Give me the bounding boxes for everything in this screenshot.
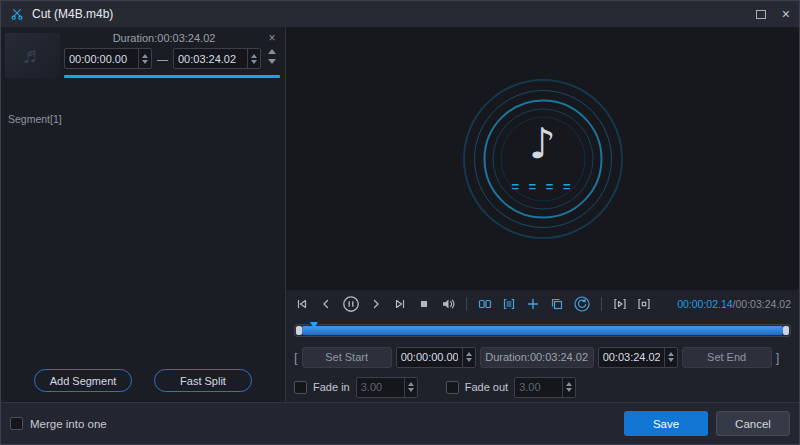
fade-in-duration-input[interactable] [356, 377, 418, 398]
skip-to-end-button[interactable] [392, 296, 408, 312]
spin-up-icon[interactable] [142, 54, 148, 58]
step-forward-button[interactable] [368, 296, 384, 312]
music-note-icon: ♬ [22, 43, 44, 69]
pause-button[interactable] [342, 295, 360, 313]
audio-preview-area: ♪ = = = = [286, 27, 799, 290]
move-segment-down-icon[interactable] [268, 59, 276, 64]
stop-button[interactable] [416, 296, 432, 312]
segment-duration-label: Duration:00:03:24.02 [64, 31, 264, 48]
spin-up-icon[interactable] [251, 54, 257, 58]
fade-out-spinner[interactable] [562, 378, 575, 397]
step-back-icon [318, 296, 334, 312]
fade-in-duration-value[interactable] [357, 378, 404, 397]
set-start-button[interactable]: Set Start [302, 347, 392, 368]
spin-down-icon[interactable] [251, 60, 257, 64]
spin-down-icon[interactable] [142, 60, 148, 64]
volume-button[interactable] [440, 296, 456, 312]
segment-close-icon[interactable]: × [268, 32, 275, 44]
copy-segment-button[interactable] [549, 296, 565, 312]
total-time: /00:03:24.02 [733, 298, 791, 310]
segment-start-spinner[interactable] [138, 49, 151, 68]
segment-end-time-input[interactable] [173, 48, 261, 69]
trim-end-time-value[interactable] [599, 348, 664, 367]
fast-split-button[interactable]: Fast Split [154, 369, 252, 392]
reset-button[interactable] [573, 295, 591, 313]
range-dash: — [157, 53, 168, 65]
spin-up-icon[interactable] [566, 382, 572, 386]
fade-out-checkbox[interactable] [446, 381, 459, 394]
split-segment-button[interactable] [477, 296, 493, 312]
close-icon[interactable]: × [782, 7, 790, 21]
restore-icon[interactable] [756, 10, 766, 19]
segment-start-time-value[interactable] [65, 49, 138, 68]
spin-up-icon[interactable] [668, 352, 674, 356]
timeline-end-handle[interactable] [783, 326, 789, 335]
cancel-button[interactable]: Cancel [716, 411, 790, 436]
segment-thumbnail[interactable]: ♬ [5, 33, 60, 78]
transport-toolbar: 00:00:02.14/00:03:24.02 [286, 290, 799, 318]
scissors-icon [10, 7, 24, 21]
toolbar-divider [466, 297, 467, 311]
timeline-playhead[interactable] [310, 322, 318, 328]
duration-display: Duration:00:03:24.02 [480, 347, 594, 368]
fade-in-checkbox[interactable] [294, 381, 307, 394]
fade-out-duration-input[interactable] [514, 377, 576, 398]
trim-start-spinner[interactable] [462, 348, 475, 367]
audio-artwork: ♪ = = = = [458, 74, 628, 244]
spin-up-icon[interactable] [466, 352, 472, 356]
volume-icon [440, 296, 456, 312]
end-bracket: ] [776, 350, 780, 365]
spin-down-icon[interactable] [466, 358, 472, 362]
move-segment-up-icon[interactable] [268, 49, 276, 54]
add-segment-toolbar-button[interactable] [525, 296, 541, 312]
step-back-button[interactable] [318, 296, 334, 312]
copy-icon [549, 296, 565, 312]
add-segment-button[interactable]: Add Segment [34, 369, 132, 392]
fade-out-duration-value[interactable] [515, 378, 562, 397]
pause-icon [342, 295, 360, 313]
segment-start-time-input[interactable] [64, 48, 152, 69]
spin-down-icon[interactable] [668, 358, 674, 362]
spin-down-icon[interactable] [566, 388, 572, 392]
trim-start-time-input[interactable] [396, 347, 476, 368]
start-bracket: [ [294, 350, 298, 365]
reset-icon [573, 295, 591, 313]
trim-end-spinner[interactable] [664, 348, 677, 367]
trim-end-time-input[interactable] [598, 347, 678, 368]
fade-in-spinner[interactable] [404, 378, 417, 397]
equalizer-bars: = = = = [511, 179, 573, 194]
segment-name-label: Segment[1] [8, 113, 62, 125]
step-forward-icon [368, 296, 384, 312]
music-note-icon: ♪ [529, 119, 556, 168]
skip-to-start-button[interactable] [294, 296, 310, 312]
stop-icon [416, 296, 432, 312]
spin-up-icon[interactable] [408, 382, 414, 386]
stop-segment-button[interactable] [636, 296, 652, 312]
dialog-footer: Merge into one Save Cancel [1, 402, 799, 444]
set-end-button[interactable]: Set End [682, 347, 772, 368]
trim-start-time-value[interactable] [397, 348, 462, 367]
window-title: Cut (M4B.m4b) [32, 7, 113, 21]
stop-segment-icon [636, 296, 652, 312]
toolbar-divider [601, 297, 602, 311]
merge-into-one-checkbox[interactable] [10, 417, 23, 430]
titlebar: Cut (M4B.m4b) × [1, 1, 799, 27]
preview-panel: ♪ = = = = [286, 27, 799, 402]
skip-to-start-icon [294, 296, 310, 312]
spin-down-icon[interactable] [408, 388, 414, 392]
segment-end-spinner[interactable] [247, 49, 260, 68]
split-icon [477, 296, 493, 312]
segments-panel: ♬ Segment[1] Duration:00:03:24.02 [1, 27, 286, 402]
timeline-row [286, 318, 799, 342]
timeline-track[interactable] [294, 324, 791, 337]
play-segment-button[interactable] [612, 296, 628, 312]
merge-segments-button[interactable] [501, 296, 517, 312]
plus-icon [525, 296, 541, 312]
segment-editor: Duration:00:03:24.02 — [64, 31, 280, 78]
cut-dialog: Cut (M4B.m4b) × ♬ Segment[1] Duration:00… [0, 0, 800, 445]
save-button[interactable]: Save [624, 411, 708, 436]
segment-end-time-value[interactable] [174, 49, 247, 68]
merge-icon [501, 296, 517, 312]
fade-controls-row: Fade in Fade out [286, 372, 799, 402]
timeline-start-handle[interactable] [296, 326, 302, 335]
